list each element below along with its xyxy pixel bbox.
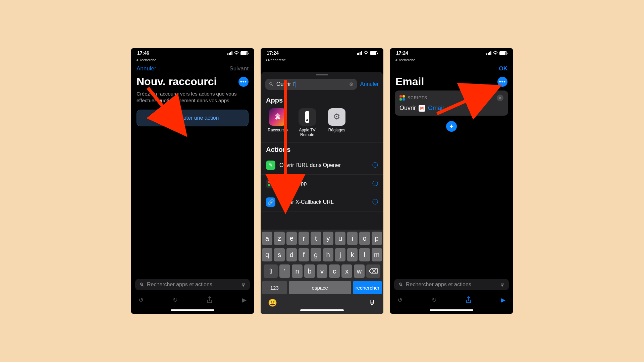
- key-j[interactable]: j: [335, 248, 345, 261]
- chevron-left-icon: ◂: [265, 58, 267, 62]
- open-verb: Ouvrir: [399, 105, 416, 112]
- info-icon[interactable]: ⓘ: [372, 180, 378, 187]
- key-g[interactable]: g: [311, 248, 321, 261]
- remove-step-button[interactable]: ✕: [497, 95, 503, 101]
- wifi-icon: [363, 51, 369, 55]
- redo-icon[interactable]: ↻: [173, 296, 178, 305]
- share-icon[interactable]: [207, 296, 213, 305]
- battery-icon: [240, 51, 248, 55]
- phone-screen-3: 17:24 ◂ Recherche OK Email ••• SCRIPTS ✕…: [390, 48, 513, 314]
- add-action-button[interactable]: + Ajouter une action: [137, 110, 249, 126]
- info-icon[interactable]: ⓘ: [372, 161, 378, 169]
- key-h[interactable]: h: [323, 248, 333, 261]
- emoji-key[interactable]: 😀: [268, 299, 277, 307]
- home-indicator: [300, 309, 344, 311]
- next-button[interactable]: Suivant: [229, 65, 249, 72]
- mic-icon[interactable]: 🎙︎: [500, 282, 505, 288]
- key-m[interactable]: m: [372, 248, 382, 261]
- navbar: Annuler Suivant: [131, 63, 254, 74]
- key-r[interactable]: r: [299, 232, 309, 245]
- redo-icon[interactable]: ↻: [432, 296, 437, 305]
- ok-button[interactable]: OK: [499, 65, 508, 72]
- space-key[interactable]: espace: [289, 281, 351, 294]
- key-x[interactable]: x: [341, 264, 352, 278]
- add-step-button[interactable]: +: [446, 121, 457, 132]
- breadcrumb-back[interactable]: ◂ Recherche: [390, 58, 513, 63]
- key-b[interactable]: b: [304, 264, 315, 278]
- action-open-url-opener[interactable]: ✎ Ouvrir l'URL dans Opener ⓘ: [261, 156, 383, 175]
- kb-row-2: qsdfghjklm: [262, 248, 382, 261]
- home-indicator: [171, 309, 214, 311]
- more-button[interactable]: •••: [497, 77, 507, 87]
- remote-icon: [299, 108, 316, 126]
- keyboard[interactable]: azertyuiop qsdfghjklm ⇧ 'nbvcxw ⌫ 123 es…: [261, 230, 383, 314]
- scripts-icon: [399, 95, 405, 101]
- status-time: 17:24: [396, 50, 408, 56]
- action-open-app[interactable]: Ouvrir l'app ⓘ: [261, 175, 383, 193]
- cancel-button[interactable]: Annuler: [137, 65, 156, 72]
- search-placeholder: Rechercher apps et actions: [147, 282, 238, 288]
- key-'[interactable]: ': [279, 264, 290, 278]
- more-icon: •••: [499, 79, 506, 85]
- shift-key[interactable]: ⇧: [264, 264, 278, 278]
- app-link[interactable]: Gmail: [428, 105, 444, 112]
- key-k[interactable]: k: [347, 248, 358, 261]
- search-bar[interactable]: 🔍︎ Rechercher apps et actions 🎙︎: [394, 279, 509, 290]
- key-v[interactable]: v: [317, 264, 327, 278]
- key-a[interactable]: a: [262, 232, 272, 245]
- cancel-search-button[interactable]: Annuler: [360, 81, 379, 87]
- key-t[interactable]: t: [311, 232, 321, 245]
- key-q[interactable]: q: [262, 248, 272, 261]
- key-s[interactable]: s: [274, 248, 284, 261]
- search-row: 🔍︎ Ouvrir l' ⊗ Annuler: [261, 77, 383, 93]
- breadcrumb-back[interactable]: ◂ Recherche: [131, 58, 254, 63]
- undo-icon[interactable]: ↺: [139, 296, 144, 305]
- key-y[interactable]: y: [323, 232, 333, 245]
- action-open-xcallback[interactable]: 🔗 Ouvrir X-Callback URL ⓘ: [261, 193, 383, 212]
- breadcrumb-back[interactable]: ◂ Recherche: [261, 58, 383, 63]
- script-card[interactable]: SCRIPTS ✕ Ouvrir M Gmail: [395, 90, 508, 116]
- backspace-key[interactable]: ⌫: [366, 264, 380, 278]
- kb-row-4: 123 espace rechercher: [262, 281, 382, 294]
- key-o[interactable]: o: [359, 232, 370, 245]
- clear-icon[interactable]: ⊗: [349, 81, 354, 87]
- status-icons: [357, 51, 377, 55]
- search-field[interactable]: 🔍︎ Ouvrir l' ⊗: [265, 79, 357, 90]
- search-bar[interactable]: 🔍︎ Rechercher apps et actions 🎙︎: [135, 279, 250, 290]
- key-d[interactable]: d: [286, 248, 297, 261]
- key-c[interactable]: c: [329, 264, 340, 278]
- key-p[interactable]: p: [372, 232, 382, 245]
- key-l[interactable]: l: [359, 248, 370, 261]
- more-button[interactable]: •••: [238, 77, 249, 87]
- key-e[interactable]: e: [286, 232, 297, 245]
- key-z[interactable]: z: [274, 232, 284, 245]
- app-label: Réglages: [328, 128, 345, 132]
- sheet-grabber[interactable]: [316, 74, 328, 75]
- battery-icon: [370, 51, 377, 55]
- plus-circle-icon: +: [166, 115, 173, 121]
- play-icon[interactable]: ▶: [501, 296, 505, 305]
- key-f[interactable]: f: [299, 248, 309, 261]
- script-header: SCRIPTS ✕: [399, 95, 503, 101]
- key-w[interactable]: w: [354, 264, 365, 278]
- key-n[interactable]: n: [292, 264, 303, 278]
- mic-icon[interactable]: 🎙︎: [241, 282, 246, 288]
- search-key[interactable]: rechercher: [353, 281, 382, 294]
- share-icon[interactable]: [466, 296, 472, 305]
- info-icon[interactable]: ⓘ: [372, 198, 378, 206]
- signal-icon: [357, 51, 362, 55]
- key-i[interactable]: i: [347, 232, 358, 245]
- shortcuts-icon: [269, 108, 286, 126]
- search-input[interactable]: Ouvrir l': [276, 81, 346, 87]
- actions-header: Actions: [261, 142, 383, 156]
- numbers-key[interactable]: 123: [262, 281, 287, 294]
- dictation-key[interactable]: 🎙︎: [369, 299, 376, 307]
- key-u[interactable]: u: [335, 232, 345, 245]
- undo-icon[interactable]: ↺: [397, 296, 402, 305]
- gmail-icon: M: [419, 105, 425, 112]
- app-settings[interactable]: ⚙ Réglages: [325, 108, 348, 137]
- play-icon[interactable]: ▶: [242, 296, 247, 305]
- app-shortcuts[interactable]: Raccourcis: [266, 108, 289, 137]
- app-appletv-remote[interactable]: Apple TV Remote: [296, 108, 319, 137]
- page-title: Nouv. raccourci: [137, 75, 217, 88]
